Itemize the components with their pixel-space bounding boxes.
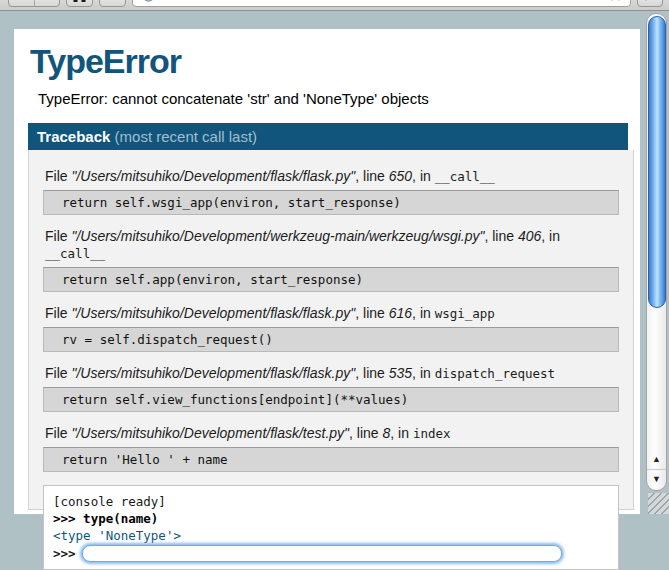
debugger-page: TypeError TypeError: cannot concatenate …	[14, 29, 640, 514]
reload-icon: ↻	[105, 0, 119, 4]
vertical-scrollbar[interactable]: ▲ ▼	[646, 13, 667, 491]
traceback-frame: File "/Users/mitsuhiko/Development/flask…	[43, 168, 619, 215]
back-icon[interactable]: ←	[9, 0, 34, 6]
frame-code[interactable]: return self.wsgi_app(environ, start_resp…	[43, 190, 619, 215]
reload-button[interactable]: ↻	[99, 0, 126, 7]
console-result-line: <type 'NoneType'>	[53, 527, 609, 544]
traceback-header-note: (most recent call last)	[115, 128, 258, 145]
console-ready-line: [console ready]	[53, 493, 609, 510]
bookmark-star-icon[interactable]: ☆	[608, 0, 623, 7]
page-title: TypeError	[30, 42, 626, 81]
console-input[interactable]	[82, 545, 562, 562]
traceback-header: Traceback (most recent call last)	[28, 123, 628, 150]
traceback-frame: File "/Users/mitsuhiko/Development/flask…	[43, 425, 619, 472]
console-prompt-row: >>>	[53, 545, 609, 562]
console-command-line: >>> type(name)	[53, 510, 609, 527]
home-button[interactable]	[66, 0, 93, 7]
frame-code[interactable]: rv = self.dispatch_request()	[43, 327, 619, 352]
scroll-down-icon[interactable]: ▼	[647, 469, 666, 488]
frame-location[interactable]: File "/Users/mitsuhiko/Development/flask…	[45, 365, 617, 382]
home-icon	[71, 0, 88, 2]
forward-icon[interactable]: →	[34, 0, 60, 6]
nav-buttons: ← →	[8, 0, 60, 7]
frame-location[interactable]: File "/Users/mitsuhiko/Development/flask…	[45, 425, 617, 442]
traceback-frame: File "/Users/mitsuhiko/Development/werkz…	[43, 228, 619, 292]
go-icon: ▶	[645, 0, 654, 2]
traceback-frame: File "/Users/mitsuhiko/Development/flask…	[43, 305, 619, 352]
browser-window: TypeError: cannot concatenat × + ← → ↻	[0, 0, 669, 570]
traceback-frames: File "/Users/mitsuhiko/Development/flask…	[28, 150, 634, 510]
scrollbar-thumb[interactable]	[648, 16, 666, 308]
traceback-frame: File "/Users/mitsuhiko/Development/flask…	[43, 365, 619, 412]
url-text[interactable]: localhost:5000/	[162, 0, 256, 6]
go-button[interactable]: ▶	[637, 0, 663, 7]
resize-grip[interactable]	[648, 493, 669, 514]
viewport: TypeError TypeError: cannot concatenate …	[0, 12, 669, 514]
frame-location[interactable]: File "/Users/mitsuhiko/Development/flask…	[45, 305, 617, 322]
scrollbar-arrows: ▲ ▼	[647, 450, 666, 488]
frame-location[interactable]: File "/Users/mitsuhiko/Development/werkz…	[45, 228, 617, 262]
address-bar[interactable]: localhost:5000/ ☆	[132, 0, 631, 7]
traceback-header-label: Traceback	[37, 128, 110, 145]
error-message: TypeError: cannot concatenate 'str' and …	[38, 90, 626, 107]
console-prompt: >>>	[53, 545, 76, 562]
debug-console: [console ready] >>> type(name) <type 'No…	[43, 485, 619, 570]
scroll-up-icon[interactable]: ▲	[647, 450, 666, 469]
globe-icon	[141, 0, 156, 2]
frame-location[interactable]: File "/Users/mitsuhiko/Development/flask…	[45, 168, 617, 185]
browser-toolbar: ← → ↻ localhost:5000/ ☆ ▶	[0, 0, 669, 11]
frame-code[interactable]: return 'Hello ' + name	[43, 447, 619, 472]
frame-code[interactable]: return self.view_functions[endpoint](**v…	[43, 387, 619, 412]
frame-code[interactable]: return self.app(environ, start_response)	[43, 267, 619, 292]
